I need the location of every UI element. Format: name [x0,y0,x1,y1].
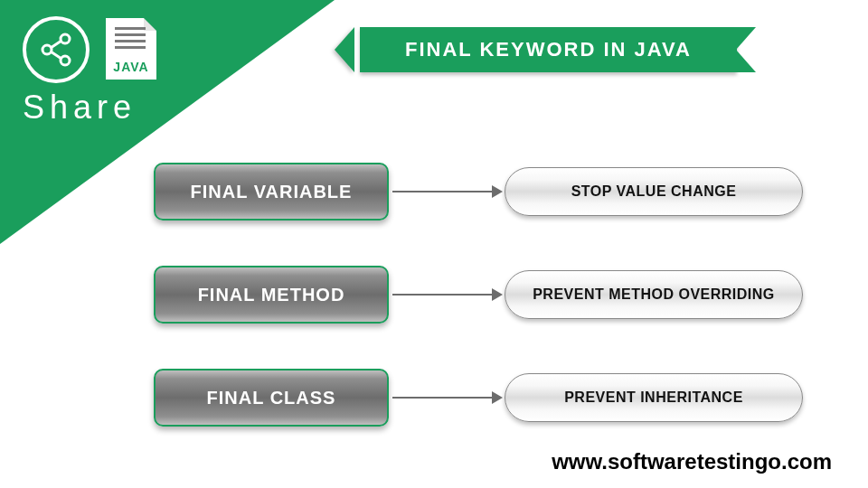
svg-point-2 [61,56,70,65]
box-final-variable: FINAL VARIABLE [154,163,389,221]
share-label: Share [23,89,156,127]
svg-line-3 [51,41,61,48]
row-final-class: FINAL CLASS PREVENT INHERITANCE [154,369,823,427]
doc-label: JAVA [106,60,156,74]
share-icon [23,16,90,83]
pill-prevent-inheritance: PREVENT INHERITANCE [505,373,803,422]
footer-url: www.softwaretestingo.com [552,449,832,474]
arrow-icon [392,397,501,399]
svg-point-0 [42,45,52,54]
row-final-variable: FINAL VARIABLE STOP VALUE CHANGE [154,163,823,221]
row-final-method: FINAL METHOD PREVENT METHOD OVERRIDING [154,266,823,324]
pill-stop-value-change: STOP VALUE CHANGE [505,167,803,216]
java-doc-icon: JAVA [106,18,156,80]
arrow-icon [392,191,501,192]
share-block: JAVA Share [23,16,156,127]
svg-point-1 [61,34,70,43]
page-title: FINAL KEYWORD IN JAVA [360,27,737,72]
arrow-icon [392,294,501,296]
pill-prevent-method-overriding: PREVENT METHOD OVERRIDING [505,270,803,319]
title-banner: FINAL KEYWORD IN JAVA [335,27,764,72]
svg-line-4 [51,52,61,59]
box-final-method: FINAL METHOD [154,266,389,324]
content-rows: FINAL VARIABLE STOP VALUE CHANGE FINAL M… [154,163,823,472]
box-final-class: FINAL CLASS [154,369,389,427]
